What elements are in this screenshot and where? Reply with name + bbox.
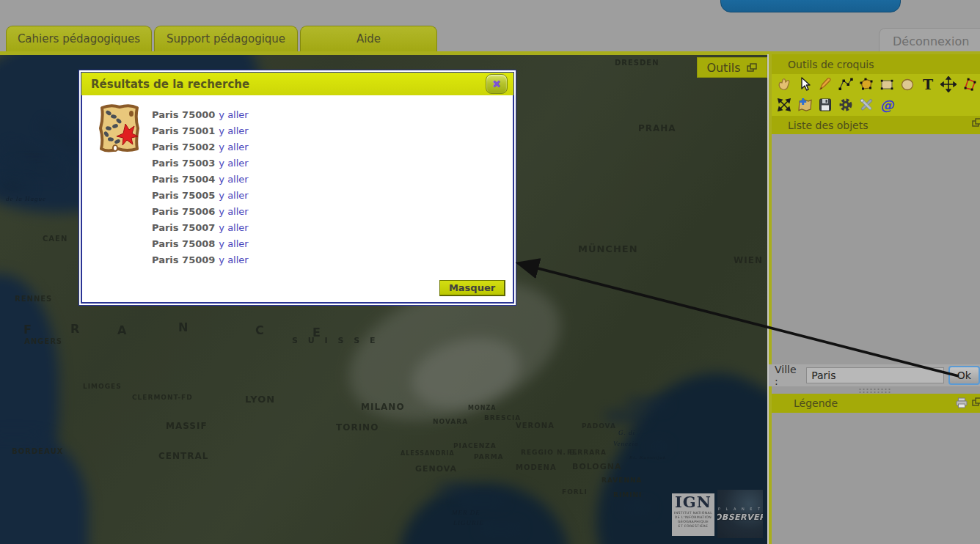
search-result-row: Paris 75001y aller bbox=[152, 123, 249, 139]
search-result-row: Paris 75009y aller bbox=[152, 252, 249, 268]
tab-support-p-dagogique[interactable]: Support pédagogique bbox=[154, 26, 298, 51]
search-result-row: Paris 75007y aller bbox=[152, 220, 249, 236]
popout-icon[interactable] bbox=[972, 118, 980, 128]
search-result-row: Paris 75005y aller bbox=[152, 188, 249, 204]
tab-deconnexion[interactable]: Déconnexion bbox=[879, 28, 980, 54]
edit-polygon-icon[interactable] bbox=[961, 76, 977, 92]
polygon-filled-icon[interactable] bbox=[858, 76, 874, 92]
circle-icon[interactable] bbox=[899, 76, 915, 92]
legend-header: Légende bbox=[772, 394, 980, 413]
search-result-row: Paris 75006y aller bbox=[152, 204, 249, 220]
popout-icon[interactable] bbox=[972, 397, 980, 407]
result-name: Paris 75003 bbox=[152, 158, 215, 169]
result-go-link[interactable]: y aller bbox=[219, 158, 248, 169]
pencil-icon[interactable] bbox=[817, 76, 833, 92]
ok-button[interactable]: Ok bbox=[948, 366, 980, 385]
rectangle-icon[interactable] bbox=[879, 76, 895, 92]
city-search-row: Ville : Ok bbox=[769, 364, 980, 386]
save-floppy-icon[interactable] bbox=[817, 97, 833, 113]
dialog-titlebar[interactable]: Résultats de la recherche ✖ bbox=[81, 73, 513, 95]
result-go-link[interactable]: y aller bbox=[219, 254, 248, 265]
select-cursor-icon[interactable] bbox=[797, 76, 813, 92]
search-result-row: Paris 75008y aller bbox=[152, 236, 249, 252]
hide-dialog-button[interactable]: Masquer bbox=[439, 280, 505, 296]
result-go-link[interactable]: y aller bbox=[219, 141, 248, 152]
objects-list-body bbox=[772, 134, 980, 364]
result-name: Paris 75002 bbox=[152, 141, 215, 152]
search-result-row: Paris 75004y aller bbox=[152, 172, 249, 188]
result-name: Paris 75001 bbox=[152, 125, 215, 136]
result-name: Paris 75009 bbox=[152, 254, 215, 265]
search-result-row: Paris 75002y aller bbox=[152, 139, 249, 155]
tab-bar: Cahiers pédagogiques Support pédagogique… bbox=[0, 26, 439, 51]
polyline-icon[interactable] bbox=[838, 76, 854, 92]
result-name: Paris 75005 bbox=[152, 190, 215, 201]
outils-panel-button[interactable]: Outils bbox=[697, 57, 767, 78]
result-name: Paris 75000 bbox=[152, 109, 215, 120]
logout-label: Déconnexion bbox=[893, 34, 969, 48]
city-input[interactable] bbox=[806, 367, 943, 383]
objects-list-header: Liste des objets bbox=[772, 116, 980, 134]
text-tool-icon[interactable]: T bbox=[920, 76, 936, 92]
result-go-link[interactable]: y aller bbox=[219, 125, 248, 136]
search-result-row: Paris 75000y aller bbox=[152, 107, 249, 123]
move-tool-icon[interactable] bbox=[940, 76, 957, 92]
city-label: Ville : bbox=[775, 364, 802, 387]
result-go-link[interactable]: y aller bbox=[219, 174, 248, 185]
resize-arrows-icon[interactable] bbox=[776, 97, 792, 113]
dialog-title: Résultats de la recherche bbox=[81, 78, 249, 91]
planet-observer-logo: P L A N E T OBSERVER bbox=[717, 490, 763, 538]
print-icon[interactable] bbox=[956, 397, 968, 408]
popout-icon bbox=[747, 63, 758, 73]
result-go-link[interactable]: y aller bbox=[219, 190, 248, 201]
tab-cahiers-p-dagogiques[interactable]: Cahiers pédagogiques bbox=[6, 26, 152, 51]
settings-gear-icon[interactable] bbox=[838, 97, 854, 113]
ign-logo: IGN INSTITUT NATIONAL DE L'INFORMATION G… bbox=[672, 493, 714, 536]
pan-hand-icon[interactable] bbox=[776, 76, 792, 92]
sketch-tools-header: Outils de croquis bbox=[772, 54, 980, 74]
at-sign-icon[interactable]: @ bbox=[879, 97, 895, 113]
result-name: Paris 75004 bbox=[152, 174, 215, 185]
search-results-dialog: Résultats de la recherche ✖ Paris 75000y… bbox=[78, 70, 516, 306]
search-result-row: Paris 75003y aller bbox=[152, 155, 249, 172]
panel-drag-handle[interactable] bbox=[769, 386, 980, 394]
result-go-link[interactable]: y aller bbox=[219, 206, 248, 217]
top-band: Cahiers pédagogiques Support pédagogique… bbox=[0, 0, 980, 54]
legend-body bbox=[772, 413, 980, 544]
tab-aide[interactable]: Aide bbox=[300, 26, 437, 51]
add-map-icon[interactable] bbox=[797, 97, 813, 113]
treasure-map-icon bbox=[96, 103, 142, 153]
sketch-tools-palette: T @ bbox=[772, 74, 980, 116]
outils-label: Outils bbox=[706, 61, 740, 75]
crossed-tools-icon[interactable] bbox=[858, 97, 874, 113]
result-name: Paris 75006 bbox=[152, 206, 215, 217]
partial-blue-button[interactable] bbox=[720, 0, 901, 12]
close-icon[interactable]: ✖ bbox=[486, 74, 508, 94]
result-go-link[interactable]: y aller bbox=[219, 222, 248, 233]
result-name: Paris 75007 bbox=[152, 222, 215, 233]
result-name: Paris 75008 bbox=[152, 238, 215, 249]
right-sidebar: Outils de croquis T bbox=[767, 54, 980, 544]
result-go-link[interactable]: y aller bbox=[219, 109, 248, 120]
result-go-link[interactable]: y aller bbox=[219, 238, 248, 249]
search-result-list: Paris 75000y aller Paris 75001y aller Pa… bbox=[152, 107, 249, 268]
